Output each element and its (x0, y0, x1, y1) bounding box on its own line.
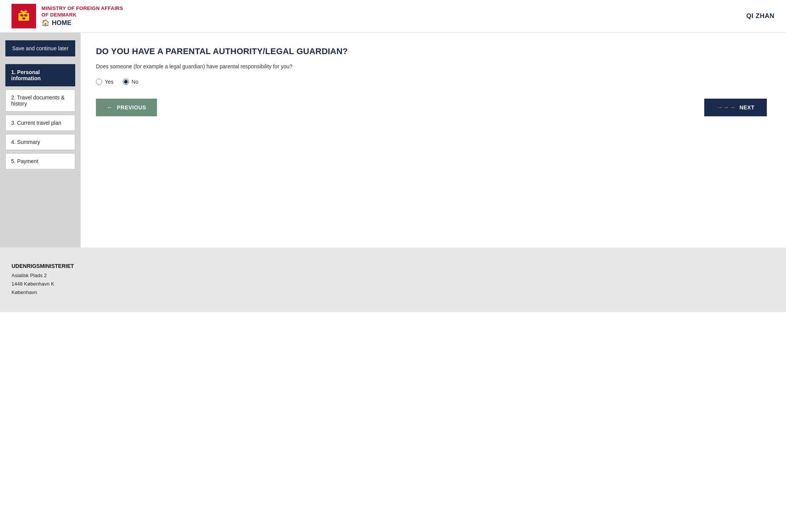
radio-yes-label: Yes (105, 79, 114, 85)
question-title: DO YOU HAVE A PARENTAL AUTHORITY/LEGAL G… (96, 46, 767, 56)
org-name: MINISTRY OF FOREIGN AFFAIRS OF DENMARK (41, 5, 123, 18)
sidebar-item-payment[interactable]: 5. Payment (5, 153, 75, 169)
home-link[interactable]: 🏠 HOME (41, 19, 123, 27)
radio-group: Yes No (96, 79, 767, 85)
footer-org-name: UDENRIGSMINISTERIET (12, 263, 774, 269)
home-icon: 🏠 (41, 19, 50, 27)
main-layout: Save and continue later 1. Personal info… (0, 33, 786, 248)
coat-of-arms-icon (15, 7, 33, 25)
content: DO YOU HAVE A PARENTAL AUTHORITY/LEGAL G… (81, 33, 786, 248)
save-continue-button[interactable]: Save and continue later (5, 40, 75, 56)
btn-row: ← PREVIOUS →→→ NEXT (96, 99, 767, 116)
previous-button[interactable]: ← PREVIOUS (96, 99, 157, 116)
footer-address: Asiatisk Plads 2 1448 København K Københ… (12, 271, 774, 297)
header: MINISTRY OF FOREIGN AFFAIRS OF DENMARK 🏠… (0, 0, 786, 33)
radio-no-label: No (132, 79, 139, 85)
radio-yes-input[interactable] (96, 79, 102, 85)
svg-point-4 (24, 14, 27, 17)
radio-no-option[interactable]: No (123, 79, 139, 85)
header-org: MINISTRY OF FOREIGN AFFAIRS OF DENMARK 🏠… (41, 5, 123, 27)
sidebar-nav: 1. Personal information 2. Travel docume… (0, 64, 81, 169)
radio-no-input[interactable] (123, 79, 129, 85)
logo-box (12, 4, 36, 28)
sidebar: Save and continue later 1. Personal info… (0, 33, 81, 248)
question-desc: Does someone (for example a legal guardi… (96, 63, 767, 69)
footer: UDENRIGSMINISTERIET Asiatisk Plads 2 144… (0, 248, 786, 312)
svg-point-5 (22, 17, 25, 20)
radio-yes-option[interactable]: Yes (96, 79, 114, 85)
sidebar-item-personal[interactable]: 1. Personal information (5, 64, 75, 86)
arrow-left-icon: ← (107, 104, 113, 111)
svg-point-3 (20, 14, 23, 17)
arrow-right-icon: →→→ (717, 104, 736, 111)
user-name: QI ZHAN (746, 12, 774, 20)
next-button[interactable]: →→→ NEXT (704, 99, 767, 116)
sidebar-item-travel[interactable]: 2. Travel documents & history (5, 89, 75, 112)
sidebar-item-current[interactable]: 3. Current travel plan (5, 115, 75, 131)
sidebar-item-summary[interactable]: 4. Summary (5, 134, 75, 150)
header-left: MINISTRY OF FOREIGN AFFAIRS OF DENMARK 🏠… (12, 4, 123, 28)
